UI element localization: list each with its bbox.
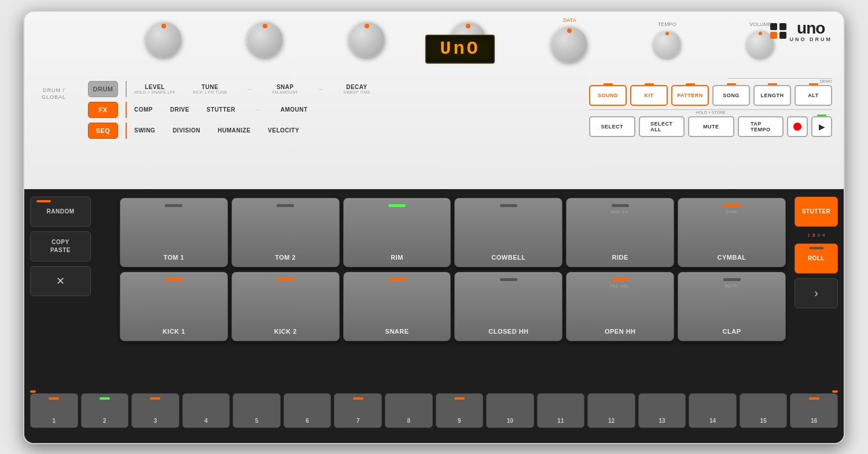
pad-open-hh[interactable]: PAD VEL. OPEN HH	[566, 272, 674, 341]
step-btn-1[interactable]: 1	[30, 393, 78, 428]
step-btn-14[interactable]: 14	[689, 393, 737, 428]
amount-ctrl: AMOUNT	[281, 106, 308, 113]
step-btn-4[interactable]: 4	[182, 393, 230, 428]
step3-indicator	[150, 397, 160, 400]
step-btn-12[interactable]: 12	[587, 393, 635, 428]
step-btn-3[interactable]: 3	[131, 393, 179, 428]
level-ctrl: LEVEL HOLD > SNARE LPF	[134, 84, 175, 94]
snap-ctrl: SNAP FM AMOUNT	[272, 84, 298, 94]
record-dot-icon	[793, 123, 801, 131]
step-btn-2[interactable]: 2	[81, 393, 129, 428]
pads-top-row: TOM 1 TOM 2 RIM COWBELL MIDI CH. RIDE	[120, 198, 786, 271]
length-button[interactable]: LENGTH	[753, 85, 791, 106]
seq-mode-button[interactable]: SEQ	[88, 123, 118, 139]
step-btn-6[interactable]: 6	[284, 393, 332, 428]
pad-cymbal[interactable]: SYNC CYMBAL	[678, 198, 786, 267]
pad-cowbell[interactable]: COWBELL	[454, 198, 562, 267]
open-hh-indicator	[612, 278, 629, 281]
copy-paste-button[interactable]: COPYPASTE	[30, 231, 91, 261]
rim-indicator	[388, 204, 406, 207]
knob-tune[interactable]	[247, 21, 283, 57]
step-btn-16[interactable]: 16	[790, 393, 838, 428]
random-indicator	[36, 200, 51, 202]
right-btn-row-1: SOUND KIT PATTERN SONG LENGTH ALT	[589, 85, 832, 106]
closed-hh-indicator	[500, 278, 517, 281]
pad-kick2[interactable]: KICK 2	[231, 272, 340, 341]
tap-tempo-button[interactable]: TAPTEMPO	[738, 116, 784, 137]
pad-kick1[interactable]: KICK 1	[120, 272, 228, 341]
next-button[interactable]: ›	[795, 278, 838, 308]
top-panel: DRUM / GLOBAL UnO DATA	[24, 12, 844, 191]
drive-ctrl: DRIVE	[170, 106, 189, 113]
record-button[interactable]	[787, 116, 808, 137]
decay-ctrl: DECAY SWEEP TIME	[343, 84, 370, 94]
mute-button[interactable]: MUTE	[688, 116, 734, 137]
step11-indicator	[556, 397, 566, 400]
velocity-ctrl: VELOCITY	[268, 127, 299, 134]
ride-label: RIDE	[612, 254, 628, 261]
demo-label: DEMO	[728, 78, 832, 83]
logo-square-1	[770, 23, 777, 30]
step5-indicator	[252, 397, 262, 400]
pad-rim[interactable]: RIM	[343, 198, 451, 267]
pad-snare[interactable]: SNARE	[343, 272, 451, 341]
pad-row-top: TOM 1 TOM 2 RIM COWBELL MIDI CH. RIDE	[120, 198, 786, 267]
alt-button[interactable]: ALT	[795, 85, 832, 106]
fx-mode-button[interactable]: FX	[88, 102, 118, 118]
knob-data[interactable]	[551, 26, 587, 62]
knob-snap[interactable]	[349, 21, 385, 57]
clap-indicator	[723, 278, 741, 281]
kit-button[interactable]: KIT	[630, 85, 668, 106]
stutter-ctrl: STUTTER	[207, 106, 236, 113]
knob-group-tempo: TEMPO	[653, 21, 681, 58]
pad-tom2[interactable]: TOM 2	[231, 198, 340, 267]
logo-square-3	[770, 32, 777, 39]
knob-level[interactable]	[146, 21, 182, 57]
pad-tom1[interactable]: TOM 1	[120, 198, 228, 267]
step-btn-11[interactable]: 11	[537, 393, 585, 428]
division-ctrl: DIVISION	[172, 127, 200, 134]
logo-drum-text: UNO DRUM	[790, 36, 833, 42]
drum-global-label: DRUM / GLOBAL	[42, 87, 66, 101]
sound-button[interactable]: SOUND	[589, 85, 627, 106]
step-btn-9[interactable]: 9	[436, 393, 484, 428]
clap-sublabel: METR.	[724, 284, 738, 288]
pad-closed-hh[interactable]: CLOSED HH	[454, 272, 562, 341]
roll-button[interactable]: ROLL	[795, 243, 838, 274]
step-btn-5[interactable]: 5	[233, 393, 281, 428]
logo-square-2	[779, 23, 786, 30]
step-btn-10[interactable]: 10	[486, 393, 534, 428]
kick1-indicator	[165, 278, 182, 281]
step-btn-8[interactable]: 8	[385, 393, 433, 428]
knob-group-snap	[349, 21, 385, 57]
step1-indicator	[49, 397, 59, 400]
pad-ride[interactable]: MIDI CH. RIDE	[566, 198, 674, 267]
knob-group-data: DATA	[551, 17, 587, 62]
step8-indicator	[403, 397, 414, 400]
fx-control-row: FX COMP DRIVE STUTTER — AMOUNT	[88, 102, 641, 118]
next-icon: ›	[814, 286, 818, 300]
knob-tempo[interactable]	[653, 30, 681, 58]
pattern-button[interactable]: PATTERN	[671, 85, 709, 106]
x-button[interactable]: ✕	[30, 266, 91, 296]
cymbal-indicator	[723, 204, 741, 207]
step-btn-15[interactable]: 15	[740, 393, 788, 428]
drum-mode-button[interactable]: DRUM	[88, 81, 118, 97]
seq-separator	[126, 123, 127, 139]
step-btn-13[interactable]: 13	[638, 393, 686, 428]
data-label: DATA	[563, 17, 576, 23]
step12-indicator	[606, 397, 616, 400]
stutter-button[interactable]: STUTTER	[795, 197, 838, 227]
play-button[interactable]: ▶	[811, 116, 832, 137]
swing-ctrl: SWING	[134, 127, 155, 134]
random-button[interactable]: RANDOM	[30, 197, 91, 227]
snare-indicator	[388, 278, 406, 281]
pad-clap[interactable]: METR. CLAP	[678, 272, 786, 341]
closed-hh-label: CLOSED HH	[488, 328, 528, 335]
step-btn-7[interactable]: 7	[334, 393, 382, 428]
display: UnO	[425, 35, 495, 64]
select-all-button[interactable]: SELECTALL	[639, 116, 685, 137]
select-button[interactable]: SELECT	[589, 116, 635, 137]
left-side-buttons: RANDOM COPYPASTE ✕	[30, 197, 91, 296]
song-button[interactable]: SONG	[712, 85, 750, 106]
